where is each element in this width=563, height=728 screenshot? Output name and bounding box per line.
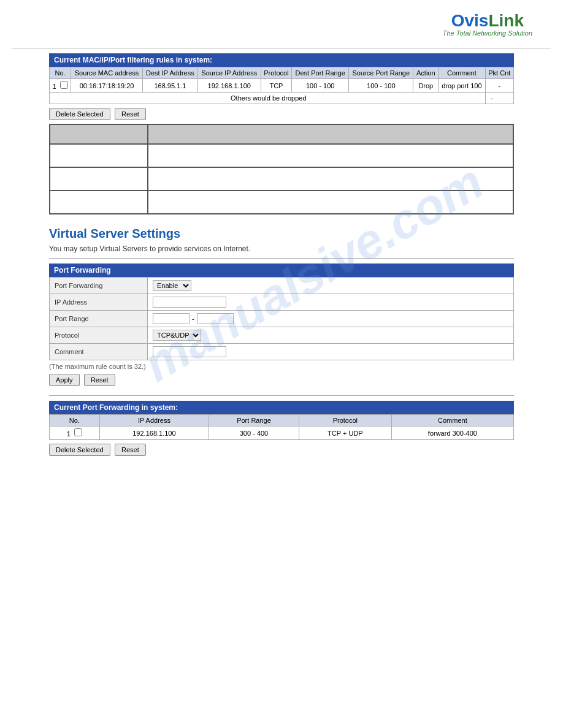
others-label: Others would be dropped [50,93,486,104]
virtual-server-section: Virtual Server Settings You may setup Vi… [49,227,514,456]
form-grid-row1-col1 [50,145,148,167]
row-checkbox[interactable] [60,81,68,89]
form-grid-header-col1 [50,125,148,143]
pf-label-port-range: Port Range [50,311,148,327]
col-source-port-range: Source Port Range [349,67,413,79]
cpf-col-no: No. [50,415,100,427]
form-grid-row-1 [50,145,513,168]
cpf-reset-button[interactable]: Reset [115,444,146,456]
logo: OvisLink The Total Networking Solution [443,12,532,37]
col-dest-ip: Dest IP Address [142,67,197,79]
row-number: 1 [52,83,56,90]
port-range-inputs: - [153,313,508,324]
pf-row-enable: Port Forwarding Enable Disable [50,278,514,294]
pf-value-protocol: TCP&UDP TCP UDP [148,327,514,344]
cpf-row-number: 1 [67,430,71,438]
cpf-header-row: No. IP Address Port Range Protocol Comme… [50,415,514,427]
pf-label-port-forwarding: Port Forwarding [50,278,148,294]
form-grid [49,124,514,214]
delete-selected-button[interactable]: Delete Selected [49,108,110,120]
cpf-row-comment: forward 300-400 [391,427,513,440]
form-grid-row2-col2 [148,168,513,190]
vs-divider [49,258,514,259]
pf-row-protocol: Protocol TCP&UDP TCP UDP [50,327,514,344]
form-grid-header-col2 [148,125,513,143]
form-grid-row-2 [50,168,513,191]
row-source-mac: 00:16:17:18:19:20 [71,79,143,93]
port-forwarding-select[interactable]: Enable Disable [153,280,191,291]
cpf-col-comment: Comment [391,415,513,427]
logo-part2: Link [488,11,524,30]
port-forwarding-table: Port Forwarding Enable Disable IP Addres… [49,277,514,360]
port-range-end-input[interactable] [197,313,234,324]
form-grid-header-row [50,125,513,145]
virtual-server-title: Virtual Server Settings [49,227,514,241]
pf-value-port-forwarding: Enable Disable [148,278,514,294]
form-grid-row2-col1 [50,168,148,190]
col-comment: Comment [439,67,485,79]
pf-buttons: Apply Reset [49,374,514,386]
logo-text: OvisLink [443,12,532,29]
max-rule-note: (The maximum rule count is 32.) [49,363,514,370]
virtual-server-description: You may setup Virtual Servers to provide… [49,245,514,253]
cpf-row-ip: 192.168.1.100 [99,427,209,440]
header: OvisLink The Total Networking Solution [12,6,551,43]
mac-filter-buttons: Delete Selected Reset [49,108,514,120]
row-dest-port-range: 100 - 100 [292,79,349,93]
ip-address-input[interactable] [153,297,226,308]
port-forwarding-title: Port Forwarding [49,264,514,277]
reset-button-pf[interactable]: Reset [84,374,115,386]
cpf-row-checkbox[interactable] [74,428,82,436]
cpf-delete-selected-button[interactable]: Delete Selected [49,444,110,456]
mac-filter-table-title: Current MAC/IP/Port filtering rules in s… [49,53,514,67]
cpf-row-protocol: TCP + UDP [299,427,391,440]
form-grid-row3-col1 [50,191,148,213]
col-pkt-cnt: Pkt Cnt [485,67,513,79]
cpf-table-row: 1 192.168.1.100 300 - 400 TCP + UDP forw… [50,427,514,440]
form-grid-row3-col2 [148,191,513,213]
cpf-col-ip: IP Address [99,415,209,427]
row-no: 1 [50,79,71,93]
cpf-table-title: Current Port Forwarding in system: [49,401,514,414]
pf-value-ip [148,294,514,311]
cpf-table: No. IP Address Port Range Protocol Comme… [49,414,514,440]
pf-value-comment [148,344,514,360]
form-grid-row1-col2 [148,145,513,167]
form-grid-row-3 [50,191,513,213]
others-pkt-cnt: - [485,93,513,104]
others-row: Others would be dropped - [50,93,514,104]
pf-row-port-range: Port Range - [50,311,514,327]
comment-input[interactable] [153,346,226,357]
pf-label-protocol: Protocol [50,327,148,344]
pf-label-ip: IP Address [50,294,148,311]
row-action: Drop [413,79,439,93]
col-no: No. [50,67,71,79]
protocol-select[interactable]: TCP&UDP TCP UDP [153,330,201,341]
port-range-separator: - [192,315,194,322]
port-range-start-input[interactable] [153,313,190,324]
logo-part1: Ovis [451,11,489,30]
cpf-col-protocol: Protocol [299,415,391,427]
pf-row-ip: IP Address [50,294,514,311]
apply-button[interactable]: Apply [49,374,80,386]
row-pkt-cnt: - [485,79,513,93]
col-source-ip: Source IP Address [197,67,261,79]
row-source-port-range: 100 - 100 [349,79,413,93]
pf-row-comment: Comment [50,344,514,360]
pf-label-comment: Comment [50,344,148,360]
logo-tagline: The Total Networking Solution [443,29,532,37]
reset-button[interactable]: Reset [115,108,146,120]
row-protocol: TCP [261,79,292,93]
col-dest-port-range: Dest Port Range [292,67,349,79]
row-source-ip: 192.168.1.100 [197,79,261,93]
cpf-buttons: Delete Selected Reset [49,444,514,456]
top-divider [12,48,551,48]
row-dest-ip: 168.95.1.1 [142,79,197,93]
mac-filter-section: Current MAC/IP/Port filtering rules in s… [49,53,514,214]
col-protocol: Protocol [261,67,292,79]
mac-filter-table: No. Source MAC address Dest IP Address S… [49,67,514,104]
pf-value-port-range: - [148,311,514,327]
cpf-row-no: 1 [50,427,100,440]
cpf-divider [49,395,514,396]
col-source-mac: Source MAC address [71,67,143,79]
